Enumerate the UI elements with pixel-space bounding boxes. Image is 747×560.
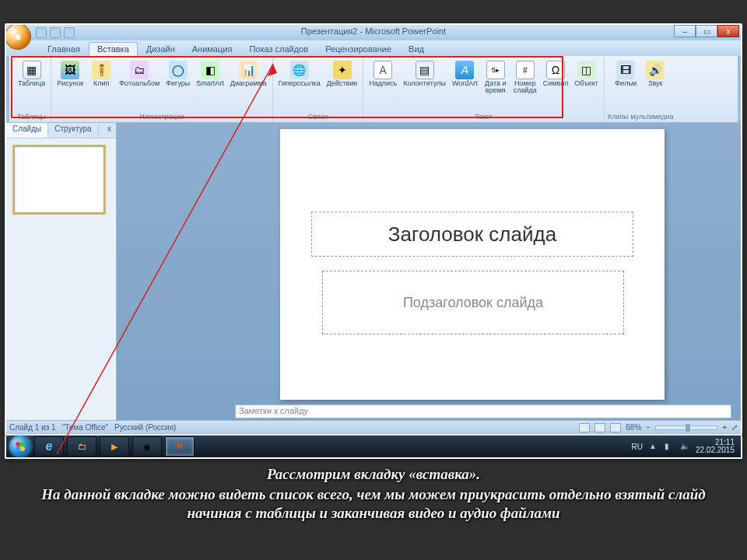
- slideshow-view-button[interactable]: [610, 423, 621, 432]
- svg-point-0: [16, 442, 20, 446]
- subtitle-placeholder[interactable]: Подзаголовок слайда: [322, 271, 624, 334]
- action-button[interactable]: ✦ Действие: [324, 59, 360, 89]
- chart-label: Диаграмма: [230, 80, 267, 87]
- tray-flag-icon[interactable]: ▲: [649, 442, 658, 451]
- group-label-tables: Таблицы: [16, 113, 47, 122]
- slide-thumbnail-1[interactable]: [14, 146, 104, 213]
- outline-tab[interactable]: Структура: [48, 123, 98, 138]
- powerpoint-icon: P: [177, 442, 182, 451]
- table-label: Таблица: [18, 80, 45, 87]
- textbox-button[interactable]: A Надпись: [366, 59, 399, 89]
- windows-logo-icon: [14, 440, 26, 453]
- ribbon-group-tables: ▦ Таблица Таблицы: [12, 58, 51, 122]
- table-button[interactable]: ▦ Таблица: [16, 59, 47, 89]
- system-tray: RU ▲ ▮ 🔈 21:11 22.02.2015: [631, 439, 738, 455]
- slidenum-button[interactable]: # Номер слайда: [511, 59, 539, 96]
- slide-canvas[interactable]: Заголовок слайда Подзаголовок слайда: [280, 129, 665, 400]
- sound-button[interactable]: 🔊 Звук: [641, 59, 669, 89]
- quick-access-toolbar: [36, 27, 75, 38]
- slides-tab[interactable]: Слайды: [6, 123, 48, 138]
- datetime-button[interactable]: 5▸ Дата и время: [482, 59, 510, 96]
- hyperlink-button[interactable]: 🌐 Гиперссылка: [276, 59, 323, 89]
- slidenum-label: Номер слайда: [514, 80, 537, 95]
- tutorial-caption: Рассмотрим вкладку «вставка». На данной …: [31, 465, 716, 522]
- fit-to-window-button[interactable]: ⤢: [731, 423, 738, 432]
- tab-review[interactable]: Рецензирование: [317, 42, 400, 56]
- slidenum-icon: #: [516, 61, 535, 79]
- office-button[interactable]: ◉: [5, 23, 31, 50]
- object-label: Объект: [574, 80, 598, 87]
- group-label-illustrations: Иллюстрации: [54, 113, 268, 122]
- windows-taskbar: e 🗀 ▶ ◉ P RU ▲ ▮ 🔈 21:11 22.02.2015: [5, 436, 742, 459]
- slides-panel: Слайды Структура x: [6, 123, 117, 420]
- taskbar-ie-button[interactable]: e: [34, 436, 64, 457]
- tray-language[interactable]: RU: [631, 443, 642, 451]
- object-button[interactable]: ◫ Объект: [572, 59, 601, 89]
- slide-stage: Заголовок слайда Подзаголовок слайда Зам…: [117, 123, 741, 420]
- symbol-button[interactable]: Ω Символ: [541, 59, 570, 89]
- headerfooter-icon: ▤: [416, 61, 434, 79]
- maximize-button[interactable]: ▭: [696, 25, 717, 37]
- status-theme: "Тема Office": [62, 423, 108, 432]
- smartart-icon: ◧: [201, 61, 219, 79]
- group-label-links: Связи: [276, 113, 360, 122]
- chart-button[interactable]: 📊 Диаграмма: [228, 59, 269, 89]
- qat-undo-icon[interactable]: [50, 27, 61, 38]
- media-icon: ▶: [111, 442, 117, 452]
- notes-pane[interactable]: Заметки к слайду: [235, 404, 731, 418]
- clip-button[interactable]: 🧍 Клип: [87, 59, 115, 89]
- qat-save-icon[interactable]: [36, 27, 47, 38]
- movie-icon: 🎞: [616, 61, 635, 79]
- taskbar-powerpoint-button[interactable]: P: [165, 436, 195, 457]
- picture-icon: 🖼: [61, 61, 79, 79]
- tray-date: 22.02.2015: [696, 446, 735, 455]
- smartart-button[interactable]: ◧ SmartArt: [194, 59, 226, 89]
- shapes-button[interactable]: ◯ Фигуры: [163, 59, 192, 89]
- album-label: Фотоальбом: [119, 80, 160, 87]
- zoom-slider[interactable]: [655, 425, 717, 430]
- qat-redo-icon[interactable]: [64, 27, 75, 38]
- start-button[interactable]: [9, 436, 31, 457]
- action-icon: ✦: [333, 61, 352, 79]
- clip-icon: 🧍: [92, 61, 110, 79]
- tray-volume-icon[interactable]: 🔈: [680, 442, 689, 451]
- status-language[interactable]: Русский (Россия): [114, 423, 176, 432]
- tab-view[interactable]: Вид: [400, 42, 433, 56]
- close-button[interactable]: x: [717, 25, 739, 37]
- title-placeholder[interactable]: Заголовок слайда: [311, 212, 633, 257]
- normal-view-button[interactable]: [579, 423, 590, 432]
- tab-slideshow[interactable]: Показ слайдов: [240, 42, 317, 56]
- zoom-out-button[interactable]: −: [646, 423, 651, 432]
- wordart-button[interactable]: A WordArt: [450, 59, 480, 89]
- folder-icon: 🗀: [78, 442, 86, 451]
- taskbar-mediaplayer-button[interactable]: ▶: [100, 436, 129, 457]
- panel-close-button[interactable]: x: [103, 123, 116, 138]
- tray-clock[interactable]: 21:11 22.02.2015: [696, 439, 735, 455]
- window-title: Презентация2 - Microsoft PowerPoint: [6, 26, 741, 36]
- symbol-label: Символ: [543, 80, 568, 87]
- album-button[interactable]: 🗂 Фотоальбом: [117, 59, 162, 89]
- picture-button[interactable]: 🖼 Рисунок: [54, 59, 86, 89]
- status-bar: Слайд 1 из 1 "Тема Office" Русский (Росс…: [6, 420, 741, 434]
- group-label-media: Клипы мультимедиа: [608, 113, 674, 122]
- tab-home[interactable]: Главная: [39, 42, 89, 56]
- headerfooter-button[interactable]: ▤ Колонтитулы: [401, 59, 448, 89]
- zoom-in-button[interactable]: +: [722, 423, 727, 432]
- sound-label: Звук: [648, 80, 662, 87]
- tab-insert[interactable]: Вставка: [89, 42, 138, 56]
- tray-network-icon[interactable]: ▮: [665, 442, 674, 451]
- wordart-icon: A: [455, 61, 474, 79]
- sorter-view-button[interactable]: [594, 423, 605, 432]
- tab-design[interactable]: Дизайн: [138, 42, 184, 56]
- chrome-icon: ◉: [143, 442, 151, 452]
- tab-animation[interactable]: Анимация: [184, 42, 241, 56]
- taskbar-explorer-button[interactable]: 🗀: [67, 436, 96, 457]
- album-icon: 🗂: [130, 61, 149, 79]
- action-label: Действие: [327, 80, 358, 87]
- textbox-label: Надпись: [369, 80, 397, 87]
- minimize-button[interactable]: –: [674, 25, 696, 37]
- movie-button[interactable]: 🎞 Фильм: [612, 59, 640, 89]
- status-slide-count: Слайд 1 из 1: [9, 423, 56, 432]
- table-icon: ▦: [23, 61, 41, 79]
- taskbar-chrome-button[interactable]: ◉: [132, 436, 162, 457]
